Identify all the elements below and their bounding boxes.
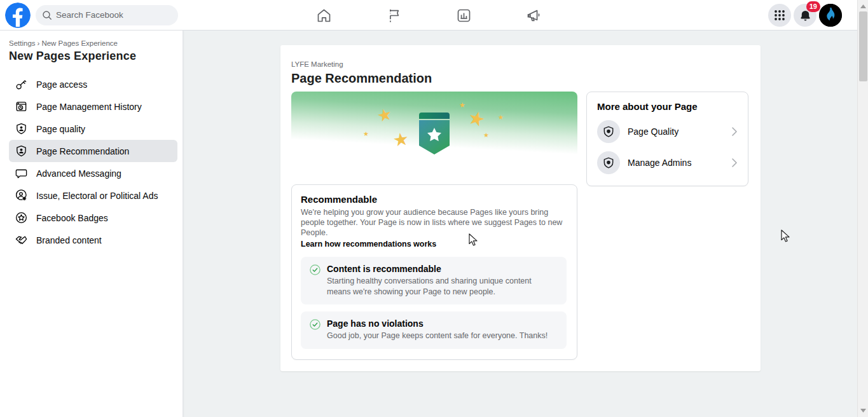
check-circle-icon	[310, 264, 320, 275]
star-decoration: ★	[392, 130, 410, 149]
chat-bubble-icon	[14, 167, 28, 181]
sidebar-item-issue-electoral-political-ads[interactable]: Issue, Electoral or Political Ads	[9, 184, 177, 207]
shield-icon	[597, 151, 620, 174]
main-content-area: LYFE Marketing Page Recommendation ★ ★ ★…	[184, 31, 857, 417]
person-gear-icon	[14, 189, 28, 203]
profile-avatar[interactable]	[819, 4, 842, 27]
app-grid-icon	[774, 10, 785, 21]
page-owner-label: LYFE Marketing	[291, 60, 748, 68]
sidebar-item-advanced-messaging[interactable]: Advanced Messaging	[9, 162, 177, 184]
chevron-right-icon	[731, 126, 738, 137]
settings-sidebar: Settings›New Pages Experience New Pages …	[0, 31, 183, 417]
star-decoration: ★	[498, 114, 504, 121]
tab-ads[interactable]	[499, 0, 568, 31]
sidebar-item-page-recommendation[interactable]: Page Recommendation	[9, 140, 177, 162]
tab-home[interactable]	[289, 0, 359, 31]
sidebar-item-label: Page Recommendation	[36, 146, 129, 156]
check-description: Good job, your Page keeps content safe f…	[327, 331, 548, 341]
recommendable-description: We're helping you grow your audience bec…	[301, 207, 567, 238]
chevron-right-icon	[731, 158, 738, 168]
search-bar[interactable]	[36, 5, 178, 25]
megaphone-icon	[525, 7, 542, 24]
sidebar-item-facebook-badges[interactable]: Facebook Badges	[9, 207, 177, 229]
notifications-button[interactable]: 19	[794, 4, 816, 27]
sidebar-item-label: Page quality	[36, 124, 85, 134]
scrollbar-down-arrow[interactable]	[858, 406, 868, 416]
lyfe-flame-logo	[819, 4, 842, 27]
check-no-violations: Page has no violations Good job, your Pa…	[301, 311, 567, 349]
flag-icon	[385, 7, 403, 24]
navbar-tabs	[289, 0, 568, 31]
more-about-item-label: Manage Admins	[628, 158, 731, 168]
sidebar-item-label: Issue, Electoral or Political Ads	[36, 191, 158, 201]
scrollbar-up-arrow[interactable]	[858, 1, 868, 11]
search-icon	[42, 10, 52, 20]
star-decoration: ★	[465, 107, 487, 130]
tab-insights[interactable]	[429, 0, 499, 31]
star-decoration: ★	[375, 106, 394, 125]
facebook-logo[interactable]	[5, 3, 31, 28]
check-circle-icon	[310, 319, 320, 330]
search-input[interactable]	[56, 10, 164, 20]
sidebar-item-label: Advanced Messaging	[36, 168, 121, 179]
handshake-icon	[14, 233, 28, 247]
recommendable-card: Recommendable We're helping you grow you…	[291, 184, 577, 360]
navbar-right-cluster: 19	[768, 4, 842, 27]
top-navbar: 19	[0, 0, 857, 31]
browser-scrollbar[interactable]	[857, 0, 868, 417]
sidebar-nav: Page access Page Management History	[9, 73, 177, 251]
sidebar-item-label: Page Management History	[36, 102, 142, 112]
shield-person-icon	[14, 122, 28, 136]
recommendation-banner-illustration: ★ ★ ★ ★ ★ ★ ★	[291, 92, 577, 178]
shield-person-icon	[14, 144, 28, 158]
sidebar-item-page-access[interactable]: Page access	[9, 73, 177, 95]
breadcrumb-current: New Pages Experience	[41, 39, 118, 47]
learn-recommendations-link[interactable]: Learn how recommendations works	[301, 239, 436, 250]
sidebar-item-label: Branded content	[36, 235, 102, 245]
badge-star-icon	[14, 211, 28, 225]
more-about-card: More about your Page Page Quality	[586, 92, 748, 186]
sidebar-item-page-management-history[interactable]: Page Management History	[9, 95, 177, 118]
more-about-item-label: Page Quality	[628, 126, 731, 137]
award-ribbon-star-badge	[419, 113, 450, 156]
tab-pages[interactable]	[359, 0, 429, 31]
shield-icon	[597, 120, 620, 143]
check-title: Page has no violations	[327, 318, 548, 329]
more-about-title: More about your Page	[597, 101, 739, 112]
home-icon	[315, 7, 333, 24]
check-title: Content is recommendable	[327, 264, 549, 275]
star-decoration: ★	[363, 131, 369, 137]
star-decoration: ★	[483, 132, 489, 139]
apps-menu-button[interactable]	[768, 4, 791, 27]
sidebar-title: New Pages Experience	[9, 50, 177, 63]
scrollbar-thumb[interactable]	[859, 11, 867, 81]
history-window-icon	[14, 100, 28, 114]
recommendable-title: Recommendable	[301, 194, 567, 205]
check-description: Starting healthy conversations and shari…	[327, 276, 549, 297]
check-content-recommendable: Content is recommendable Starting health…	[301, 257, 567, 304]
notification-badge: 19	[806, 1, 820, 12]
sidebar-item-branded-content[interactable]: Branded content	[9, 229, 177, 251]
star-decoration: ★	[459, 102, 465, 109]
sidebar-item-label: Page access	[36, 79, 87, 90]
page-recommendation-panel: LYFE Marketing Page Recommendation ★ ★ ★…	[280, 45, 761, 371]
breadcrumb-separator: ›	[38, 39, 40, 47]
page-title: Page Recommendation	[291, 71, 748, 86]
sidebar-item-page-quality[interactable]: Page quality	[9, 118, 177, 140]
more-about-page-quality[interactable]: Page Quality	[597, 120, 739, 143]
key-icon	[14, 78, 28, 92]
breadcrumb: Settings›New Pages Experience	[9, 39, 177, 47]
breadcrumb-settings[interactable]: Settings	[9, 39, 36, 47]
sidebar-item-label: Facebook Badges	[36, 213, 108, 223]
more-about-manage-admins[interactable]: Manage Admins	[597, 151, 739, 174]
insights-chart-icon	[455, 7, 472, 24]
